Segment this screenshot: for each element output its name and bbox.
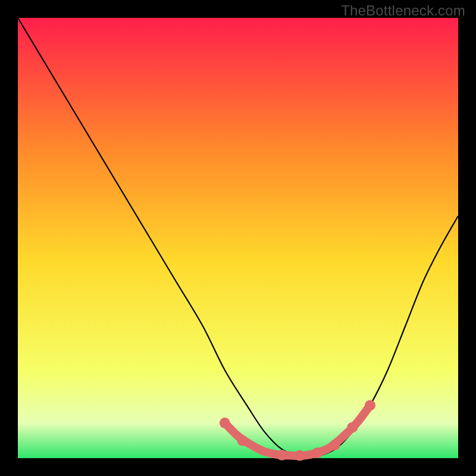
optimal-range-dot	[330, 440, 340, 450]
optimal-range-dot	[237, 435, 248, 446]
chart-container: TheBottleneck.com	[0, 0, 476, 476]
optimal-range-dot	[277, 450, 287, 461]
optimal-range-dot	[365, 400, 375, 411]
optimal-range-dot	[347, 422, 358, 433]
optimal-range-dot	[312, 447, 322, 458]
optimal-range-dot	[295, 450, 305, 461]
watermark-text: TheBottleneck.com	[341, 2, 465, 19]
optimal-range-dot	[220, 418, 230, 428]
bottleneck-plot	[0, 0, 476, 476]
